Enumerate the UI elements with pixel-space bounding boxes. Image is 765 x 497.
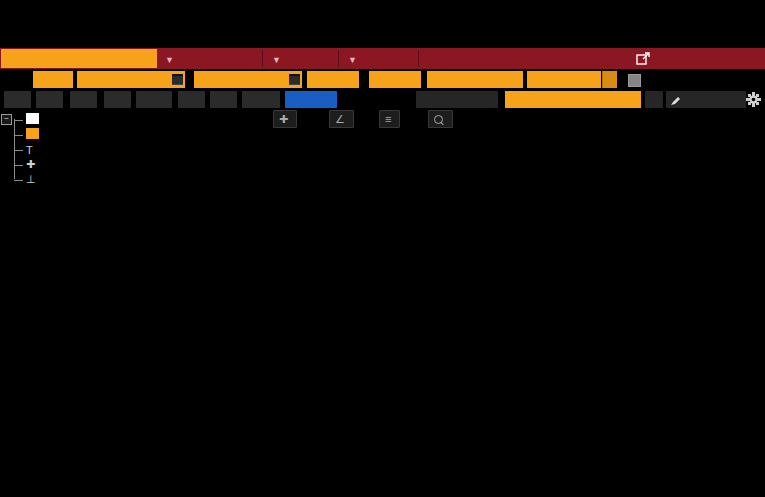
menu-options[interactable]: ▼ bbox=[272, 48, 281, 69]
tab-6m[interactable] bbox=[104, 91, 131, 108]
low-marker-icon: ⊥ bbox=[26, 173, 42, 186]
time-to-input[interactable] bbox=[369, 71, 421, 88]
tab-3d[interactable] bbox=[36, 91, 63, 108]
related-data-button[interactable] bbox=[416, 91, 498, 108]
magnifier-icon bbox=[434, 115, 443, 124]
currency-select[interactable] bbox=[527, 71, 601, 88]
track-button[interactable]: ✚ bbox=[273, 110, 297, 128]
currency-dropdown-arrow[interactable] bbox=[602, 71, 617, 88]
annotate-icon: ∠ bbox=[335, 113, 345, 125]
pencil-icon bbox=[670, 95, 681, 106]
legend-row-last-price[interactable]: − bbox=[8, 112, 188, 127]
tab-1d[interactable] bbox=[4, 91, 31, 108]
collapse-tree-icon[interactable]: − bbox=[1, 114, 12, 125]
edit-chart-button[interactable] bbox=[666, 91, 746, 108]
average-marker-icon: ✚ bbox=[26, 158, 42, 171]
function-toolbar: ▼ ▼ ▼ bbox=[0, 48, 765, 69]
crosshair-icon: ✚ bbox=[279, 113, 288, 125]
news-button[interactable]: ≡ bbox=[379, 110, 400, 128]
menu-suggested-charts[interactable]: ▼ bbox=[165, 48, 174, 69]
tick-type-button[interactable] bbox=[285, 91, 337, 108]
series-swatch-white bbox=[26, 113, 42, 127]
tab-5y[interactable] bbox=[210, 91, 237, 108]
divider bbox=[418, 50, 419, 67]
annotate-button[interactable]: ∠ bbox=[329, 110, 354, 128]
calendar-icon[interactable] bbox=[172, 74, 183, 85]
legend-row-average[interactable]: ✚ bbox=[8, 157, 188, 172]
divider bbox=[262, 50, 263, 67]
range-value-input[interactable] bbox=[33, 71, 73, 88]
news-icon: ≡ bbox=[385, 113, 391, 125]
series-swatch-orange bbox=[26, 128, 42, 142]
export-icon[interactable] bbox=[636, 52, 651, 65]
high-marker-icon: T bbox=[26, 144, 42, 156]
tab-max[interactable] bbox=[242, 91, 280, 108]
calendar-icon[interactable] bbox=[289, 74, 300, 85]
time-from-input[interactable] bbox=[307, 71, 359, 88]
date-to-input[interactable] bbox=[194, 71, 302, 88]
zoom-button[interactable] bbox=[428, 110, 453, 128]
add-data-input[interactable] bbox=[505, 91, 641, 108]
divider bbox=[338, 50, 339, 67]
tab-1m[interactable] bbox=[70, 91, 97, 108]
menu-edit[interactable]: ▼ bbox=[348, 48, 357, 69]
header-sparkline bbox=[192, 5, 254, 27]
date-from-input[interactable] bbox=[77, 71, 185, 88]
collapse-button[interactable] bbox=[645, 91, 663, 108]
security-input[interactable] bbox=[1, 49, 157, 68]
legend-row-low[interactable]: ⊥ bbox=[8, 172, 188, 187]
tab-1y[interactable] bbox=[178, 91, 205, 108]
gear-icon[interactable] bbox=[746, 92, 761, 107]
key-events-checkbox[interactable] bbox=[628, 74, 641, 87]
legend-row-prev-close[interactable] bbox=[8, 127, 188, 142]
chart-legend: − T ✚ ⊥ bbox=[8, 112, 188, 187]
legend-row-high[interactable]: T bbox=[8, 142, 188, 157]
price-type-select[interactable] bbox=[427, 71, 523, 88]
tab-ytd[interactable] bbox=[136, 91, 172, 108]
